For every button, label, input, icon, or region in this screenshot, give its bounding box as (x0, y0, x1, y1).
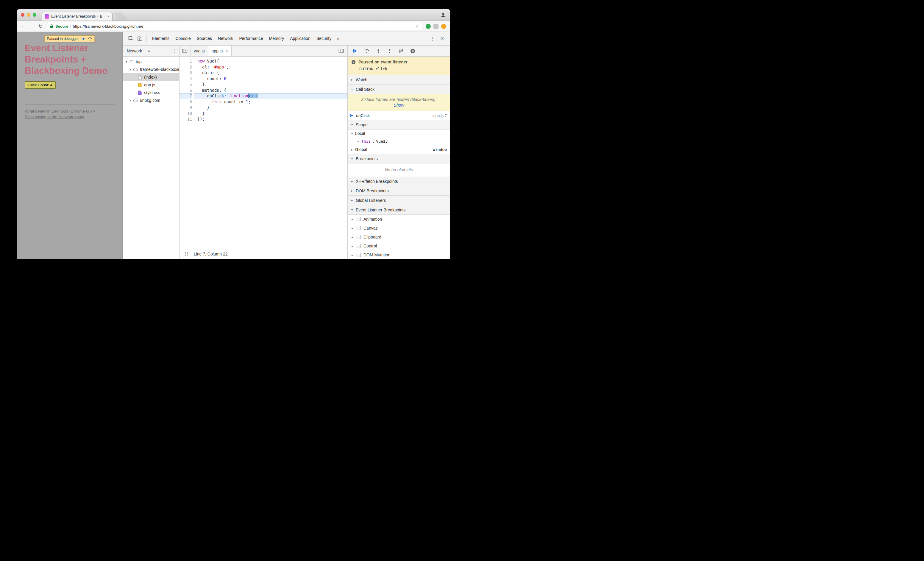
expanded-twisty-icon[interactable]: ▾ (350, 87, 354, 91)
expanded-twisty-icon[interactable]: ▾ (350, 132, 354, 135)
collapsed-twisty-icon[interactable]: ▸ (350, 180, 354, 183)
section-scope[interactable]: ▾ Scope (348, 120, 450, 129)
editor-tab-appjs[interactable]: app.js ✕ (208, 45, 232, 56)
tree-item-unpkg-com[interactable]: ▸unpkg.com (123, 96, 179, 104)
deactivate-breakpoints-icon[interactable] (399, 48, 404, 53)
omnibox[interactable]: Secure https://framework-blackboxing.gli… (47, 22, 422, 30)
tab-security[interactable]: Security (314, 32, 334, 45)
collapsed-twisty-icon[interactable]: ▸ (351, 218, 354, 221)
tab-elements[interactable]: Elements (149, 32, 172, 45)
toggle-navigator-icon[interactable] (180, 45, 190, 56)
navigator-more-tabs-icon[interactable]: » (146, 45, 152, 56)
code-line-7[interactable]: onClick: function() { (194, 93, 347, 99)
tree-item-framework-blackboxing-glitch-me[interactable]: ▾framework-blackboxing.glitch.me (123, 66, 179, 73)
code-line-11[interactable]: }); (194, 116, 347, 122)
collapsed-twisty-icon[interactable]: ▸ (350, 78, 354, 81)
event-category-control[interactable]: ▸Control (348, 242, 450, 250)
gutter-line-4[interactable]: 4 (180, 76, 192, 82)
collapsed-twisty-icon[interactable]: ▸ (129, 99, 132, 102)
expanded-twisty-icon[interactable]: ▾ (350, 157, 354, 160)
code-line-9[interactable]: } (194, 105, 347, 111)
navigator-tab-network[interactable]: Network (123, 45, 146, 56)
gutter-line-10[interactable]: 10 (180, 111, 192, 117)
resume-icon[interactable] (352, 48, 357, 53)
code-editor[interactable]: 1234567891011 new Vue({ el: '#app', data… (180, 57, 347, 249)
code-line-5[interactable]: }, (194, 82, 347, 87)
section-xhr-breakpoints[interactable]: ▸ XHR/fetch Breakpoints (348, 177, 450, 186)
collapsed-twisty-icon[interactable]: ▸ (350, 189, 354, 192)
page-link-line2[interactable]: Blackboxing in the Network panel (25, 114, 115, 120)
expanded-twisty-icon[interactable]: ▾ (350, 208, 354, 212)
line-number-gutter[interactable]: 1234567891011 (180, 57, 194, 249)
collapsed-twisty-icon[interactable]: ▸ (351, 244, 354, 248)
scope-global-row[interactable]: ▸ Global Window (348, 145, 450, 154)
collapsed-twisty-icon[interactable]: ▸ (350, 148, 354, 151)
gutter-line-9[interactable]: 9 (180, 105, 192, 111)
code-line-1[interactable]: new Vue({ (194, 58, 347, 64)
devtools-menu-icon[interactable]: ⋮ (430, 36, 435, 41)
section-breakpoints[interactable]: ▾ Breakpoints (348, 154, 450, 164)
minimize-window-button[interactable] (27, 13, 30, 16)
section-call-stack[interactable]: ▾ Call Stack (348, 85, 450, 94)
section-watch[interactable]: ▸ Watch (348, 75, 450, 85)
tab-sources[interactable]: Sources (194, 32, 215, 45)
tree-item-style-css[interactable]: style.css (123, 89, 179, 96)
tab-network[interactable]: Network (215, 32, 236, 45)
frame-location[interactable]: app.js:7 (433, 114, 447, 118)
reload-button[interactable]: ↻ (36, 23, 45, 30)
url-text[interactable]: https://framework-blackboxing.glitch.me (73, 24, 413, 28)
collapsed-twisty-icon[interactable]: ▸ (351, 236, 354, 239)
collapsed-twisty-icon[interactable]: ▸ (350, 199, 354, 202)
code-line-2[interactable]: el: '#app', (194, 64, 347, 70)
bookmark-star-icon[interactable]: ☆ (415, 24, 419, 29)
code-content[interactable]: new Vue({ el: '#app', data: { count: 0 }… (194, 57, 347, 249)
extension-icon-green[interactable] (426, 24, 431, 29)
tab-application[interactable]: Application (287, 32, 314, 45)
collapsed-twisty-icon[interactable]: ▸ (351, 226, 354, 230)
category-checkbox[interactable] (357, 253, 361, 257)
click-count-button[interactable]: Click Count: 4 (25, 81, 56, 89)
scope-local-row[interactable]: ▾ Local (348, 129, 450, 137)
tab-performance[interactable]: Performance (236, 32, 266, 45)
back-button[interactable]: ← (20, 23, 28, 29)
event-category-clipboard[interactable]: ▸Clipboard (348, 232, 450, 242)
page-link[interactable]: What's New In DevTools (Chrome 66) > Bla… (25, 108, 115, 120)
step-into-icon[interactable] (376, 48, 381, 53)
extension-icon-gray[interactable] (434, 24, 438, 29)
navigator-menu-icon[interactable]: ⋮ (170, 45, 179, 56)
gutter-line-5[interactable]: 5 (180, 82, 192, 87)
editor-tab-vuejs[interactable]: vue.js (190, 45, 208, 56)
section-global-listeners[interactable]: ▸ Global Listeners (348, 196, 450, 205)
tree-item-top[interactable]: ▾top (123, 58, 179, 66)
device-toolbar-icon[interactable] (135, 34, 144, 43)
expanded-twisty-icon[interactable]: ▾ (129, 68, 132, 71)
category-checkbox[interactable] (357, 226, 361, 230)
expanded-twisty-icon[interactable]: ▾ (124, 60, 128, 63)
tree-item--index-[interactable]: (index) (123, 73, 179, 81)
gutter-line-6[interactable]: 6 (180, 87, 192, 93)
toggle-debugger-sidebar-icon[interactable] (335, 45, 347, 56)
close-tab-icon[interactable]: ✕ (225, 49, 228, 53)
close-window-button[interactable] (21, 13, 24, 16)
page-link-line1[interactable]: What's New In DevTools (Chrome 66) > (25, 108, 115, 114)
devtools-close-icon[interactable]: ✕ (440, 36, 444, 41)
gutter-line-11[interactable]: 11 (180, 116, 192, 122)
step-out-icon[interactable] (387, 48, 392, 53)
code-line-10[interactable]: } (194, 111, 347, 117)
code-line-3[interactable]: data: { (194, 70, 347, 76)
call-stack-frame[interactable]: onClick app.js:7 (348, 111, 450, 120)
step-over-icon[interactable] (364, 48, 369, 53)
more-tabs-icon[interactable]: » (334, 32, 342, 45)
maximize-window-button[interactable] (33, 13, 36, 16)
gutter-line-2[interactable]: 2 (180, 64, 192, 70)
category-checkbox[interactable] (357, 217, 361, 221)
blackbox-show-link[interactable]: Show (393, 103, 404, 108)
gutter-line-8[interactable]: 8 (180, 99, 192, 105)
collapsed-twisty-icon[interactable]: ▸ (357, 140, 360, 143)
category-checkbox[interactable] (357, 235, 361, 239)
tab-console[interactable]: Console (172, 32, 194, 45)
event-category-canvas[interactable]: ▸Canvas (348, 224, 450, 232)
pretty-print-icon[interactable]: {} (184, 252, 189, 256)
extension-icon-orange[interactable] (441, 24, 446, 29)
code-line-4[interactable]: count: 0 (194, 76, 347, 82)
